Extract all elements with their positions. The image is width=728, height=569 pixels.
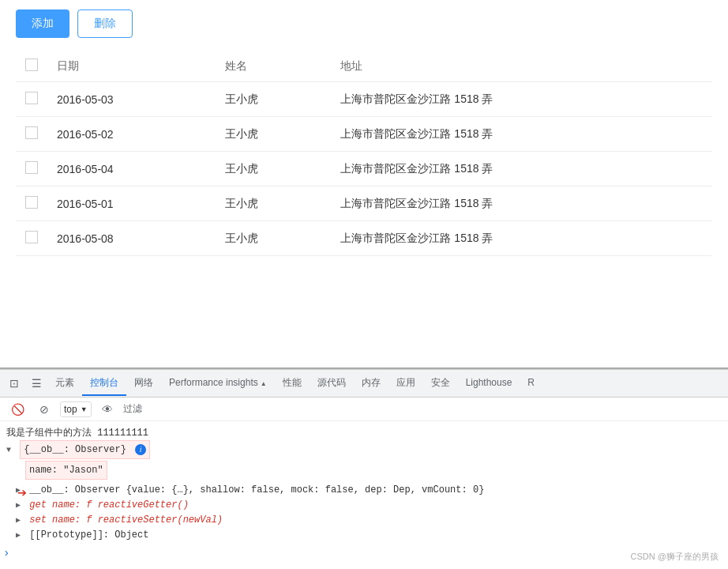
obj-inner-highlight: name: "Jason"	[25, 461, 107, 480]
row-checkbox[interactable]	[25, 231, 38, 243]
header-address: 地址	[331, 51, 712, 82]
tab-sources[interactable]: 源代码	[310, 371, 354, 396]
tab-lighthouse[interactable]: Lighthouse	[458, 372, 520, 394]
row-address: 上海市普陀区金沙江路 1518 弄	[331, 117, 712, 152]
row-date: 2016-05-01	[47, 187, 216, 221]
device-icon[interactable]: ☰	[25, 372, 47, 394]
tab-network[interactable]: 网络	[126, 371, 161, 396]
console-log-line: 我是子组件中的方法 111111111	[6, 426, 722, 440]
row-address: 上海市普陀区金沙江路 1518 弄	[331, 187, 712, 221]
console-obj-expanded[interactable]: ▼ {__ob__: Observer} i	[6, 440, 722, 461]
obj-highlight: {__ob__: Observer} i	[20, 440, 150, 459]
devtools-tabbar: ⊡ ☰ 元素 控制台 网络 Performance insights 性能 源代…	[0, 369, 728, 398]
header-name: 姓名	[216, 51, 332, 82]
header-checkbox-col	[16, 51, 47, 82]
row-name: 王小虎	[216, 82, 332, 117]
row-checkbox[interactable]	[25, 92, 38, 104]
header-date: 日期	[47, 51, 216, 82]
tab-memory[interactable]: 内存	[354, 371, 388, 396]
console-prototype-line[interactable]: ▶ [[Prototype]]: Object	[6, 528, 722, 543]
row-date: 2016-05-03	[47, 82, 216, 117]
tab-security[interactable]: 安全	[423, 371, 458, 396]
table-row: 2016-05-04 王小虎 上海市普陀区金沙江路 1518 弄	[16, 152, 712, 187]
row-date: 2016-05-08	[47, 221, 216, 256]
filter-label: 过滤	[123, 402, 142, 416]
row-name: 王小虎	[216, 187, 332, 221]
log-text: 我是子组件中的方法 111111111	[6, 428, 148, 439]
clear-console-icon[interactable]: 🚫	[6, 398, 28, 420]
row-checkbox-cell	[16, 152, 47, 187]
row-name: 王小虎	[216, 221, 332, 256]
tab-performance[interactable]: 性能	[275, 371, 310, 396]
inspect-icon[interactable]: ⊡	[3, 372, 25, 394]
row-checkbox[interactable]	[25, 161, 38, 174]
console-obj-inner: name: "Jason"	[6, 461, 722, 481]
row-checkbox-cell	[16, 221, 47, 256]
console-get-name-line[interactable]: ▶ get name: f reactiveGetter()	[6, 498, 722, 513]
header-checkbox[interactable]	[25, 58, 38, 71]
row-address: 上海市普陀区金沙江路 1518 弄	[331, 221, 712, 256]
red-arrow-annotation: ➔	[17, 483, 27, 503]
tab-more[interactable]: R	[520, 372, 542, 394]
obj-line1-text: {__ob__: Observer}	[24, 444, 126, 455]
chevron-down-icon: ▼	[81, 405, 88, 413]
row-name: 王小虎	[216, 152, 332, 187]
context-selector-label: top	[64, 404, 77, 415]
context-selector[interactable]: top ▼	[60, 401, 92, 417]
tab-performance-insights[interactable]: Performance insights	[161, 372, 275, 394]
console-set-name-line[interactable]: ▶ set name: f reactiveSetter(newVal)	[6, 513, 722, 528]
devtools-panel: ⊡ ☰ 元素 控制台 网络 Performance insights 性能 源代…	[0, 367, 728, 569]
row-checkbox-cell	[16, 82, 47, 117]
tab-console[interactable]: 控制台	[82, 371, 126, 396]
row-checkbox-cell	[16, 187, 47, 221]
tab-application[interactable]: 应用	[388, 371, 423, 396]
data-table: 日期 姓名 地址 2016-05-03 王小虎 上海市普陀区金沙江路 1518 …	[16, 51, 712, 256]
row-date: 2016-05-04	[47, 152, 216, 187]
row-checkbox-cell	[16, 117, 47, 152]
stop-icon[interactable]: ⊘	[33, 398, 55, 420]
row-address: 上海市普陀区金沙江路 1518 弄	[331, 82, 712, 117]
row-date: 2016-05-02	[47, 117, 216, 152]
row-checkbox[interactable]	[25, 196, 38, 209]
table-header-row: 日期 姓名 地址	[16, 51, 712, 82]
console-prompt-arrow: ›	[0, 547, 9, 560]
set-name-text: set name: f reactiveSetter(newVal)	[29, 514, 223, 526]
expand-icon[interactable]: ▼	[6, 446, 11, 454]
eye-icon[interactable]: 👁	[96, 398, 118, 420]
ob-line-text: __ob__: Observer {value: {…}, shallow: f…	[29, 484, 484, 496]
console-ob-line[interactable]: ▶ __ob__: Observer {value: {…}, shallow:…	[6, 483, 722, 498]
proto-text: [[Prototype]]: Object	[29, 529, 148, 541]
table-section: 添加 删除 日期 姓名 地址 2016-05-03 王小虎 上海市普陀区金沙江路…	[0, 0, 728, 340]
table-row: 2016-05-01 王小虎 上海市普陀区金沙江路 1518 弄	[16, 187, 712, 221]
add-button[interactable]: 添加	[16, 9, 69, 38]
set-expand-icon[interactable]: ▶	[16, 516, 21, 525]
delete-button[interactable]: 删除	[77, 9, 133, 38]
row-name: 王小虎	[216, 117, 332, 152]
console-output: 我是子组件中的方法 111111111 ▼ {__ob__: Observer}…	[0, 421, 728, 569]
proto-expand-icon[interactable]: ▶	[16, 531, 21, 540]
button-row: 添加 删除	[16, 9, 712, 38]
row-address: 上海市普陀区金沙江路 1518 弄	[331, 152, 712, 187]
row-checkbox[interactable]	[25, 126, 38, 139]
watermark: CSDN @狮子座的男孩	[631, 551, 719, 563]
tab-elements[interactable]: 元素	[47, 371, 82, 396]
info-icon[interactable]: i	[135, 444, 146, 455]
table-row: 2016-05-08 王小虎 上海市普陀区金沙江路 1518 弄	[16, 221, 712, 256]
table-row: 2016-05-02 王小虎 上海市普陀区金沙江路 1518 弄	[16, 117, 712, 152]
console-toolbar: 🚫 ⊘ top ▼ 👁 过滤	[0, 398, 728, 421]
table-row: 2016-05-03 王小虎 上海市普陀区金沙江路 1518 弄	[16, 82, 712, 117]
get-name-text: get name: f reactiveGetter()	[29, 499, 189, 511]
